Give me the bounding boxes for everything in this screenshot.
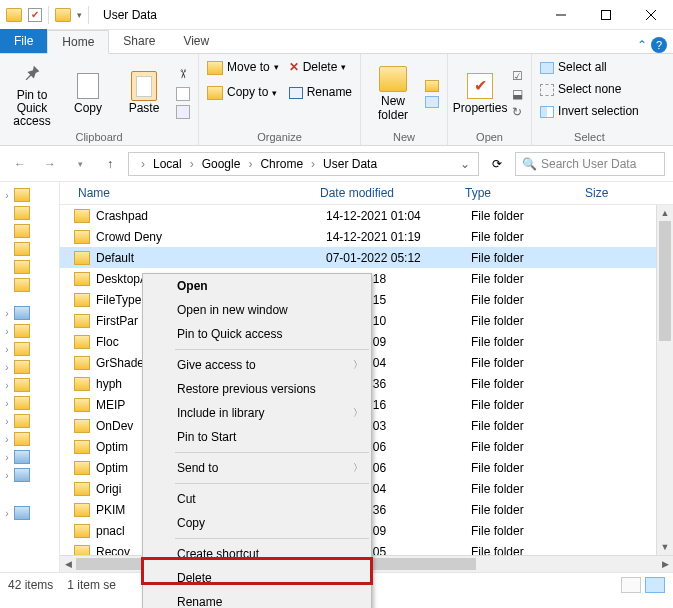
copy-path-icon[interactable] (176, 87, 190, 101)
file-name: Crowd Deny (96, 230, 326, 244)
up-button[interactable]: ↑ (98, 152, 122, 176)
ctx-include-library[interactable]: Include in library〉 (143, 401, 371, 425)
ctx-rename[interactable]: Rename (143, 590, 371, 608)
folder-icon (74, 440, 90, 454)
folder-icon (14, 188, 30, 202)
refresh-button[interactable]: ⟳ (485, 152, 509, 176)
file-type: File folder (471, 440, 591, 454)
table-row[interactable]: Crowd Deny14-12-2021 01:19File folder (60, 226, 673, 247)
delete-button[interactable]: ✕Delete ▾ (289, 58, 352, 77)
scroll-up-icon[interactable]: ▲ (657, 205, 673, 221)
chevron-right-icon[interactable]: › (188, 157, 196, 171)
new-folder-button[interactable]: New folder (369, 65, 417, 121)
tab-share[interactable]: Share (109, 29, 169, 53)
table-row[interactable]: Crashpad14-12-2021 01:04File folder (60, 205, 673, 226)
help-icon[interactable]: ? (651, 37, 667, 53)
folder-icon (14, 278, 30, 292)
ribbon-collapse-icon[interactable]: ⌃ (637, 38, 647, 52)
copy-button[interactable]: Copy (64, 72, 112, 115)
maximize-button[interactable] (583, 0, 628, 30)
folder-icon (14, 414, 30, 428)
file-type: File folder (471, 230, 591, 244)
forward-button[interactable]: → (38, 152, 62, 176)
select-all-button[interactable]: Select all (540, 58, 607, 77)
minimize-button[interactable] (538, 0, 583, 30)
tab-view[interactable]: View (169, 29, 223, 53)
qat-dropdown[interactable]: ▾ (77, 10, 82, 20)
invert-selection-button[interactable]: Invert selection (540, 102, 639, 121)
navigation-pane[interactable]: › › › › › › › › › › › › (0, 182, 60, 572)
chevron-right-icon[interactable]: › (139, 157, 147, 171)
properties-button[interactable]: ✔ Properties (456, 72, 504, 115)
edit-icon[interactable]: ⬓ (512, 87, 523, 101)
new-item-icon[interactable] (425, 80, 439, 92)
view-large-button[interactable] (645, 577, 665, 593)
recent-dropdown[interactable]: ▾ (68, 152, 92, 176)
chevron-right-icon[interactable]: › (246, 157, 254, 171)
group-label-clipboard: Clipboard (8, 129, 190, 143)
ctx-pin-quick-access[interactable]: Pin to Quick access (143, 322, 371, 346)
search-input[interactable]: 🔍 Search User Data (515, 152, 665, 176)
view-details-button[interactable] (621, 577, 641, 593)
crumb-local[interactable]: Local (149, 157, 186, 171)
move-icon (207, 61, 223, 75)
file-date: 14-12-2021 01:04 (326, 209, 471, 223)
folder-icon (74, 461, 90, 475)
crumb-userdata[interactable]: User Data (319, 157, 381, 171)
history-icon[interactable]: ↻ (512, 105, 523, 119)
column-type[interactable]: Type (465, 186, 585, 200)
column-name[interactable]: Name (60, 186, 320, 200)
chevron-right-icon: 〉 (353, 358, 363, 372)
scroll-left-icon[interactable]: ◀ (60, 556, 76, 572)
select-none-button[interactable]: Select none (540, 80, 621, 99)
ctx-pin-start[interactable]: Pin to Start (143, 425, 371, 449)
address-bar[interactable]: › Local › Google › Chrome › User Data ⌄ (128, 152, 479, 176)
ctx-create-shortcut[interactable]: Create shortcut (143, 542, 371, 566)
qat-properties-button[interactable]: ✔ (28, 8, 42, 22)
chevron-right-icon[interactable]: › (309, 157, 317, 171)
paste-shortcut-icon[interactable] (176, 105, 190, 119)
back-button[interactable]: ← (8, 152, 32, 176)
ctx-copy[interactable]: Copy (143, 511, 371, 535)
crumb-chrome[interactable]: Chrome (256, 157, 307, 171)
ctx-open[interactable]: Open (143, 274, 371, 298)
table-row[interactable]: Default07-01-2022 05:12File folder (60, 247, 673, 268)
crumb-google[interactable]: Google (198, 157, 245, 171)
column-date[interactable]: Date modified (320, 186, 465, 200)
scroll-thumb[interactable] (659, 221, 671, 341)
paste-button[interactable]: Paste (120, 72, 168, 115)
folder-icon (14, 360, 30, 374)
ctx-cut[interactable]: Cut (143, 487, 371, 511)
scroll-right-icon[interactable]: ▶ (657, 556, 673, 572)
pin-quick-access-button[interactable]: Pin to Quick access (8, 59, 56, 129)
rename-ribbon-button[interactable]: Rename (289, 83, 352, 102)
tab-home[interactable]: Home (47, 30, 109, 54)
address-dropdown[interactable]: ⌄ (456, 157, 474, 171)
open-icon[interactable]: ☑ (512, 69, 523, 83)
ctx-open-new-window[interactable]: Open in new window (143, 298, 371, 322)
scroll-down-icon[interactable]: ▼ (657, 539, 673, 555)
file-type: File folder (471, 503, 591, 517)
search-icon: 🔍 (522, 157, 537, 171)
move-to-button[interactable]: Move to ▾ (207, 58, 279, 77)
column-size[interactable]: Size (585, 186, 635, 200)
close-button[interactable] (628, 0, 673, 30)
group-label-organize: Organize (207, 129, 352, 143)
drive-icon (14, 468, 30, 482)
tab-file[interactable]: File (0, 29, 47, 53)
network-icon (14, 506, 30, 520)
folder-icon (14, 224, 30, 238)
vertical-scrollbar[interactable]: ▲ ▼ (656, 205, 673, 555)
ctx-restore-versions[interactable]: Restore previous versions (143, 377, 371, 401)
cut-icon[interactable]: ✂ (176, 69, 190, 83)
ctx-send-to[interactable]: Send to〉 (143, 456, 371, 480)
copy-to-button[interactable]: Copy to ▾ (207, 83, 279, 102)
file-date: 07-01-2022 05:12 (326, 251, 471, 265)
folder-icon (14, 378, 30, 392)
file-name: Crashpad (96, 209, 326, 223)
delete-icon: ✕ (289, 58, 299, 77)
easy-access-icon[interactable] (425, 96, 439, 108)
ctx-give-access[interactable]: Give access to〉 (143, 353, 371, 377)
ctx-delete[interactable]: Delete (143, 566, 371, 590)
file-type: File folder (471, 335, 591, 349)
